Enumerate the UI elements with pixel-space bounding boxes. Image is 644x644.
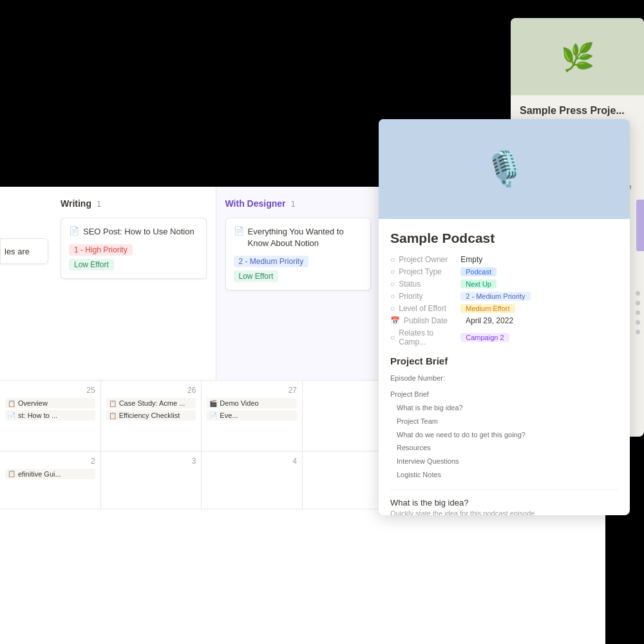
card-title-seo: SEO Post: How to Use Notion bbox=[83, 226, 194, 238]
kanban-board: Writing 1 📄 SEO Post: How to Use Notion … bbox=[52, 187, 380, 380]
kanban-card-notion[interactable]: 📄 Everything You Wanted to Know About No… bbox=[225, 218, 372, 290]
kanban-card-seo[interactable]: 📄 SEO Post: How to Use Notion 1 - High P… bbox=[61, 218, 207, 279]
cal-icon: 📄 bbox=[8, 412, 15, 419]
podcast-panel: 🎙️ Sample Podcast ○ Project Owner Empty … bbox=[379, 119, 630, 515]
cal-cell-2: 2 📋 efinitive Gui... bbox=[0, 451, 101, 510]
card-doc-icon: 📄 bbox=[69, 226, 79, 236]
meta-icon: ○ bbox=[390, 267, 395, 276]
designer-column-count: 1 bbox=[291, 199, 296, 209]
badge-medium-priority: 2 - Medium Priority bbox=[460, 292, 530, 301]
sidebar-dot-3 bbox=[636, 310, 640, 315]
column-header-writing: Writing 1 bbox=[61, 198, 207, 209]
cal-item-efficiency[interactable]: 📋 Efficiency Checklist bbox=[106, 410, 196, 421]
podcast-title: Sample Podcast bbox=[390, 231, 618, 246]
badge-campaign: Campaign 2 bbox=[460, 333, 509, 342]
sidebar-dot-5 bbox=[636, 330, 640, 334]
card-title-notion: Everything You Wanted to Know About Noti… bbox=[248, 226, 363, 249]
kanban-column-writing: Writing 1 📄 SEO Post: How to Use Notion … bbox=[52, 187, 216, 380]
toc-item: Resources bbox=[390, 441, 618, 455]
cal-day-27: 27 bbox=[207, 386, 297, 395]
cal-cell-4: 4 bbox=[202, 451, 303, 510]
cal-text: Overview bbox=[18, 399, 48, 407]
cal-day-2: 2 bbox=[5, 457, 95, 466]
cal-text-efficiency: Efficiency Checklist bbox=[119, 412, 180, 419]
big-idea-sub: Quickly state the idea for this podcast … bbox=[390, 509, 618, 515]
tag-low-effort-2: Low Effort bbox=[234, 270, 279, 282]
cal-item[interactable]: 🎬 Demo Video bbox=[207, 398, 297, 408]
cal-cell-3: 3 bbox=[101, 451, 202, 510]
podcast-header: 🎙️ bbox=[379, 119, 630, 219]
cal-item[interactable]: 📋 efinitive Gui... bbox=[5, 469, 95, 479]
cal-icon: 📋 bbox=[109, 400, 117, 407]
cal-item[interactable]: 📋 Overview bbox=[5, 398, 95, 408]
cal-text: Demo Video bbox=[220, 399, 258, 407]
cal-cell-27: 27 🎬 Demo Video 📄 Eve... bbox=[202, 381, 303, 451]
badge-nextup: Next Up bbox=[460, 279, 497, 289]
partial-left-card: les are bbox=[0, 238, 48, 264]
sidebar-dot-4 bbox=[636, 320, 640, 325]
cal-icon: 📋 bbox=[8, 470, 15, 477]
cal-text: st: How to ... bbox=[18, 412, 57, 419]
cal-text: efinitive Gui... bbox=[18, 470, 61, 478]
podcast-meta: ○ Project Owner Empty ○ Project Type Pod… bbox=[390, 255, 618, 346]
meta-label: Relates to Camp... bbox=[399, 328, 457, 346]
cal-cell-25: 25 📋 Overview 📄 st: How to ... bbox=[0, 381, 101, 451]
badge-podcast: Podcast bbox=[460, 267, 497, 276]
meta-label: Status bbox=[399, 279, 457, 289]
tag-medium-priority: 2 - Medium Priority bbox=[234, 256, 309, 267]
meta-icon: ○ bbox=[390, 292, 395, 301]
cal-item[interactable]: 📄 st: How to ... bbox=[5, 410, 95, 421]
column-header-designer: With Designer 1 bbox=[225, 198, 372, 209]
partial-card-text: les are bbox=[5, 247, 30, 256]
cal-day-26: 26 bbox=[106, 386, 196, 395]
writing-column-title: Writing bbox=[61, 198, 91, 209]
cal-item[interactable]: 📄 Eve... bbox=[207, 410, 297, 421]
meta-icon: 📅 bbox=[390, 316, 400, 325]
press-header: 🌿 bbox=[511, 18, 644, 95]
meta-label: Priority bbox=[399, 292, 457, 301]
badge-medium-effort: Medium Effort bbox=[460, 304, 515, 313]
podcast-toc: Episode Number: Project Brief What is th… bbox=[390, 372, 618, 482]
kanban-column-designer: With Designer 1 📄 Everything You Wanted … bbox=[216, 187, 381, 380]
meta-label: Project Owner bbox=[399, 255, 457, 264]
meta-icon: ○ bbox=[390, 333, 395, 342]
cal-icon: 📄 bbox=[209, 412, 217, 419]
card-doc-icon-2: 📄 bbox=[234, 226, 244, 236]
writing-column-count: 1 bbox=[97, 199, 101, 209]
designer-column-title: With Designer bbox=[225, 198, 286, 209]
right-sidebar-icons bbox=[633, 289, 643, 337]
tag-low-effort: Low Effort bbox=[69, 259, 114, 270]
toc-item: What do we need to do to get this going? bbox=[390, 428, 618, 442]
meta-value-date: April 29, 2022 bbox=[466, 316, 513, 325]
cal-day-4: 4 bbox=[207, 457, 297, 466]
microphone-icon: 🎙️ bbox=[484, 149, 526, 189]
meta-icon: ○ bbox=[390, 304, 395, 313]
cal-day-3: 3 bbox=[106, 457, 196, 466]
cal-cell-26: 26 📋 Case Study: Acme ... 📋 Efficiency C… bbox=[101, 381, 202, 451]
toc-item: Episode Number: bbox=[390, 372, 618, 385]
meta-icon: ○ bbox=[390, 255, 395, 264]
podcast-brief-title: Project Brief bbox=[390, 355, 618, 366]
cal-icon: 🎬 bbox=[209, 400, 217, 407]
toc-item: Project Brief bbox=[390, 388, 618, 401]
toc-item: Interview Questions bbox=[390, 455, 618, 468]
meta-label: Publish Date bbox=[404, 316, 462, 325]
press-title: Sample Press Proje... bbox=[520, 104, 635, 118]
big-idea-label: What is the big idea? bbox=[390, 498, 618, 507]
cal-item[interactable]: 📋 Case Study: Acme ... bbox=[106, 398, 196, 408]
meta-label: Level of Effort bbox=[399, 304, 457, 313]
cal-text: Case Study: Acme ... bbox=[119, 399, 185, 407]
toc-item: Logistic Notes bbox=[390, 468, 618, 482]
tag-high-priority: 1 - High Priority bbox=[69, 244, 133, 256]
sidebar-dot-1 bbox=[636, 291, 640, 296]
cal-icon: 📋 bbox=[109, 412, 117, 419]
meta-icon: ○ bbox=[390, 279, 395, 289]
meta-value: Empty bbox=[460, 255, 482, 264]
cal-icon: 📋 bbox=[8, 400, 15, 407]
cal-text: Eve... bbox=[220, 412, 238, 419]
cal-day-25: 25 bbox=[5, 386, 95, 395]
toc-item: What is the big idea? bbox=[390, 401, 618, 415]
sidebar-dot-2 bbox=[636, 301, 640, 305]
toc-item: Project Team bbox=[390, 415, 618, 428]
press-logo-icon: 🌿 bbox=[561, 41, 594, 73]
